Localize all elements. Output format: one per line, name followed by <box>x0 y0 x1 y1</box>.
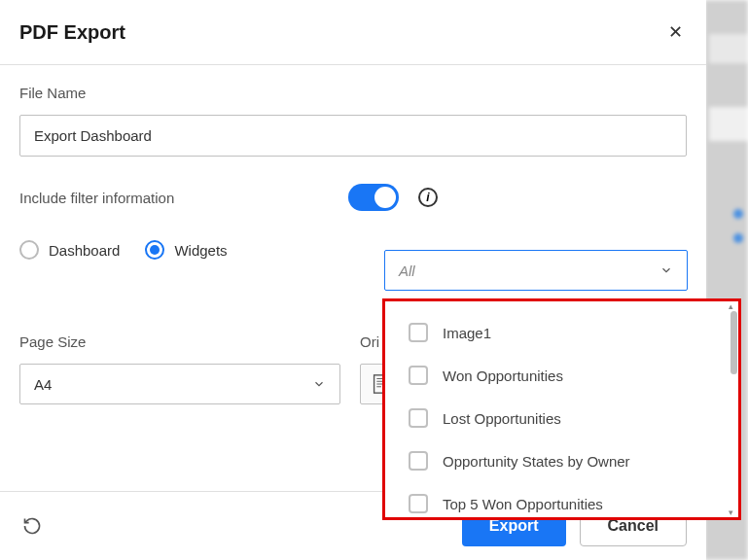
chevron-down-icon <box>659 263 673 277</box>
info-icon[interactable]: i <box>418 188 438 207</box>
page-size-field: Page Size A4 <box>19 333 340 404</box>
toggle-knob <box>374 187 396 208</box>
checkbox[interactable] <box>409 451 428 471</box>
scroll-arrow-down-icon[interactable]: ▾ <box>729 508 738 517</box>
radio-widgets-label: Widgets <box>174 242 227 259</box>
widgets-dropdown-placeholder: All <box>399 262 415 279</box>
close-icon: ✕ <box>668 22 683 42</box>
widget-option[interactable]: Won Opportunities <box>385 354 738 397</box>
file-name-input[interactable] <box>19 115 687 157</box>
widget-list[interactable]: Image1 Won Opportunities Lost Opportunit… <box>385 301 738 517</box>
dialog-header: PDF Export ✕ <box>0 0 706 65</box>
radio-circle <box>145 240 164 260</box>
radio-widgets[interactable]: Widgets <box>145 240 227 260</box>
widget-option-label: Top 5 Won Opportunities <box>443 496 603 512</box>
chevron-down-icon <box>312 377 326 391</box>
filter-info-row: Include filter information i <box>19 184 687 211</box>
widget-option-label: Won Opportunities <box>443 368 563 384</box>
widget-option[interactable]: Opportunity States by Owner <box>385 439 738 482</box>
checkbox[interactable] <box>409 323 428 342</box>
widget-option-label: Image1 <box>443 325 491 341</box>
filter-info-label: Include filter information <box>19 190 348 206</box>
radio-circle <box>19 240 39 260</box>
widget-option[interactable]: Lost Opportunities <box>385 397 738 439</box>
checkbox[interactable] <box>409 494 428 513</box>
widget-option[interactable]: Image1 <box>385 311 738 354</box>
page-size-select[interactable]: A4 <box>19 364 340 404</box>
checkbox[interactable] <box>409 366 428 385</box>
radio-dashboard[interactable]: Dashboard <box>19 240 120 260</box>
widgets-dropdown-panel: Image1 Won Opportunities Lost Opportunit… <box>382 298 741 520</box>
widget-option-label: Opportunity States by Owner <box>443 453 630 470</box>
reset-button[interactable] <box>19 513 45 539</box>
dialog-title: PDF Export <box>19 21 125 44</box>
radio-dashboard-label: Dashboard <box>49 242 120 259</box>
file-name-label: File Name <box>19 85 687 101</box>
scroll-arrow-up-icon[interactable]: ▴ <box>729 301 738 311</box>
close-button[interactable]: ✕ <box>664 18 687 47</box>
widgets-dropdown[interactable]: All <box>384 250 688 291</box>
page-size-value: A4 <box>34 376 52 393</box>
checkbox[interactable] <box>409 408 428 428</box>
filter-info-toggle[interactable] <box>348 184 399 211</box>
radio-dot <box>150 245 160 255</box>
widget-option[interactable]: Top 5 Won Opportunities <box>385 482 738 517</box>
reset-icon <box>22 516 42 536</box>
scrollbar-thumb[interactable] <box>730 311 737 374</box>
page-size-label: Page Size <box>19 333 340 350</box>
widget-option-label: Lost Opportunities <box>443 410 561 427</box>
